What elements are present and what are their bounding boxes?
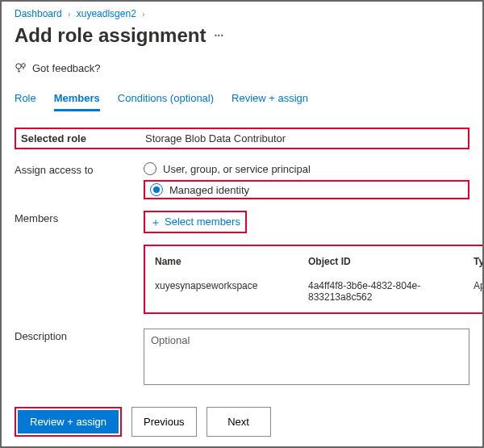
chevron-right-icon: › (142, 10, 144, 19)
select-members-link[interactable]: ＋ Select members (150, 216, 240, 228)
assign-access-label: Assign access to (15, 162, 144, 176)
radio-icon (144, 162, 156, 175)
radio-checked-icon (150, 183, 163, 196)
tab-members[interactable]: Members (54, 92, 100, 111)
tabs: Role Members Conditions (optional) Revie… (15, 92, 469, 111)
tab-role[interactable]: Role (15, 92, 36, 111)
tab-conditions[interactable]: Conditions (optional) (118, 92, 214, 111)
tab-review[interactable]: Review + assign (232, 92, 308, 111)
cell-name: xuyesynapseworkspace (155, 280, 308, 303)
members-label: Members (15, 211, 144, 224)
plus-icon: ＋ (150, 216, 161, 228)
description-label: Description (15, 329, 144, 342)
breadcrumb-link-resource[interactable]: xuyeadlsgen2 (77, 8, 136, 19)
col-header-object-id: Object ID (308, 256, 474, 267)
breadcrumb-link-dashboard[interactable]: Dashboard (15, 8, 62, 19)
page-title-text: Add role assignment (15, 24, 206, 47)
next-button[interactable]: Next (207, 407, 271, 437)
more-icon[interactable]: ··· (214, 29, 223, 42)
svg-point-0 (16, 64, 21, 69)
breadcrumb: Dashboard › xuyeadlsgen2 › (15, 8, 469, 19)
feedback-icon (15, 61, 27, 74)
feedback-label: Got feedback? (32, 62, 101, 74)
previous-button[interactable]: Previous (131, 407, 197, 437)
review-assign-button[interactable]: Review + assign (18, 410, 119, 433)
feedback-link[interactable]: Got feedback? (15, 61, 469, 74)
description-input[interactable]: Optional (144, 329, 469, 385)
selected-role-label: Selected role (21, 132, 145, 144)
footer: Review + assign Previous Next (2, 397, 482, 446)
col-header-type: Type (474, 256, 484, 267)
svg-point-1 (22, 64, 26, 68)
cell-type: App (474, 280, 484, 303)
page-title: Add role assignment ··· (15, 24, 469, 47)
selected-role-value: Storage Blob Data Contributor (145, 132, 286, 144)
radio-label: Managed identity (169, 184, 249, 196)
radio-managed-identity[interactable]: Managed identity (150, 183, 463, 196)
description-placeholder: Optional (151, 334, 190, 346)
cell-object-id: 4a4ff4f8-3b6e-4832-804e-833213a8c562 (308, 280, 474, 303)
table-row[interactable]: xuyesynapseworkspace 4a4ff4f8-3b6e-4832-… (150, 274, 484, 309)
members-table: Name Object ID Type xuyesynapseworkspace… (144, 245, 484, 314)
chevron-right-icon: › (68, 10, 70, 19)
col-header-name: Name (155, 256, 308, 267)
radio-user-group-sp[interactable]: User, group, or service principal (144, 162, 469, 175)
radio-label: User, group, or service principal (163, 163, 311, 175)
select-members-label: Select members (165, 216, 240, 228)
